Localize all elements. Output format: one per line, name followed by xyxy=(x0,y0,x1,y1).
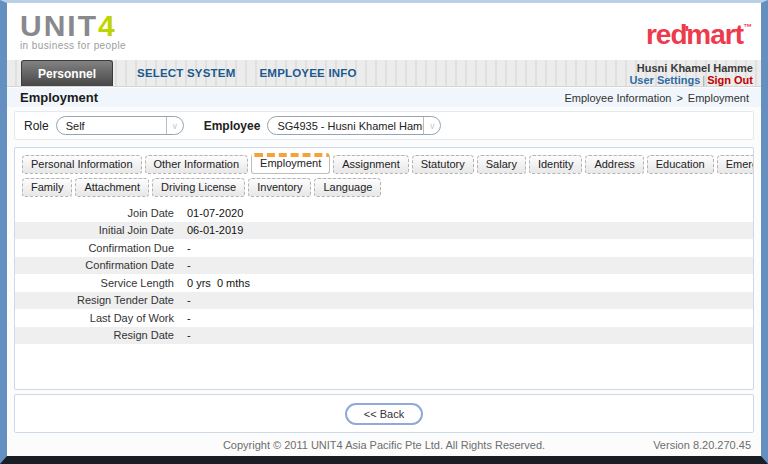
tab-personal-information[interactable]: Personal Information xyxy=(22,155,142,174)
unit4-logo: UNIT4 in business for people xyxy=(20,12,126,51)
employee-select[interactable]: SG4935 - Husni Khamel Hamme ∨ xyxy=(267,116,441,135)
chevron-down-icon[interactable]: ∨ xyxy=(166,117,183,134)
field-label: Join Date xyxy=(15,207,187,219)
field-label: Last Day of Work xyxy=(15,312,187,324)
nav-item-select-system[interactable]: SELECT SYSTEM xyxy=(137,60,235,86)
unit4-logo-accent: 4 xyxy=(98,9,117,42)
link-separator: | xyxy=(702,74,705,86)
app-window: UNIT4 in business for people red'mart™ P… xyxy=(0,0,768,464)
breadcrumb-separator: > xyxy=(676,92,682,104)
employment-panel: Personal InformationOther InformationEmp… xyxy=(14,147,754,390)
field-row: Confirmation Due- xyxy=(15,239,753,257)
field-list: Join Date01-07-2020Initial Join Date06-0… xyxy=(15,204,753,344)
main-navbar: Personnel SELECT SYSTEM EMPLOYEE INFO Hu… xyxy=(7,60,761,87)
tab-inventory[interactable]: Inventory xyxy=(248,178,311,197)
header: UNIT4 in business for people red'mart™ xyxy=(7,3,761,60)
field-row: Confirmation Date- xyxy=(15,257,753,275)
role-label: Role xyxy=(24,119,49,133)
field-label: Initial Join Date xyxy=(15,224,187,236)
user-links: User Settings|Sign Out xyxy=(629,74,753,86)
field-value: - xyxy=(187,259,191,271)
field-label: Resign Tender Date xyxy=(15,294,187,306)
redmart-logo: red'mart™ xyxy=(646,12,752,50)
unit4-tagline: in business for people xyxy=(20,41,126,51)
employee-select-value: SG4935 - Husni Khamel Hamme xyxy=(268,117,423,134)
copyright-text: Copyright © 2011 UNIT4 Asia Pacific Pte … xyxy=(223,439,545,451)
field-row: Resign Tender Date- xyxy=(15,292,753,310)
user-info-block: Husni Khamel Hamme User Settings|Sign Ou… xyxy=(629,60,753,86)
role-select[interactable]: Self ∨ xyxy=(56,116,184,135)
button-panel: << Back xyxy=(14,394,754,433)
footer: Copyright © 2011 UNIT4 Asia Pacific Pte … xyxy=(7,433,761,456)
breadcrumb: Employee Information>Employment xyxy=(559,92,749,104)
field-value: - xyxy=(187,294,191,306)
field-row: Service Length0 yrs 0 mths xyxy=(15,274,753,292)
employee-label: Employee xyxy=(204,119,261,133)
tab-language[interactable]: Language xyxy=(314,178,381,197)
redmart-logo-post: mart xyxy=(686,19,743,50)
filter-panel: Role Self ∨ Employee SG4935 - Husni Kham… xyxy=(14,111,754,140)
field-value: 0 yrs 0 mths xyxy=(187,277,250,289)
field-value: 01-07-2020 xyxy=(187,207,243,219)
tab-education[interactable]: Education xyxy=(647,155,714,174)
user-name: Husni Khamel Hamme xyxy=(629,62,753,74)
role-select-value: Self xyxy=(57,117,166,134)
tab-address[interactable]: Address xyxy=(585,155,643,174)
tab-other-information[interactable]: Other Information xyxy=(145,155,249,174)
tab-emergency-contact[interactable]: Emergency Contact xyxy=(717,155,754,174)
chevron-down-icon[interactable]: ∨ xyxy=(423,117,440,134)
page-title: Employment xyxy=(20,90,98,105)
tabs-row-2: FamilyAttachmentDriving LicenseInventory… xyxy=(15,178,753,197)
tab-assignment[interactable]: Assignment xyxy=(333,155,408,174)
tab-salary[interactable]: Salary xyxy=(477,155,526,174)
trademark-symbol: ™ xyxy=(743,22,752,32)
sign-out-link[interactable]: Sign Out xyxy=(707,74,753,86)
field-value: - xyxy=(187,329,191,341)
field-label: Resign Date xyxy=(15,329,187,341)
tabs-row-1: Personal InformationOther InformationEmp… xyxy=(15,155,753,174)
tab-employment[interactable]: Employment xyxy=(251,153,330,174)
field-row: Join Date01-07-2020 xyxy=(15,204,753,222)
redmart-logo-pre: red xyxy=(646,19,687,50)
nav-item-employee-info[interactable]: EMPLOYEE INFO xyxy=(259,60,356,86)
title-row: Employment Employee Information>Employme… xyxy=(7,88,761,107)
breadcrumb-section[interactable]: Employee Information xyxy=(564,92,671,104)
field-row: Resign Date- xyxy=(15,327,753,345)
field-row: Last Day of Work- xyxy=(15,309,753,327)
field-label: Service Length xyxy=(15,277,187,289)
user-settings-link[interactable]: User Settings xyxy=(629,74,700,86)
unit4-logo-word: UNIT xyxy=(20,9,98,42)
tab-identity[interactable]: Identity xyxy=(529,155,582,174)
tab-family[interactable]: Family xyxy=(22,178,72,197)
version-text: Version 8.20.270.45 xyxy=(653,439,751,451)
field-value: - xyxy=(187,312,191,324)
tab-statutory[interactable]: Statutory xyxy=(412,155,474,174)
nav-item-personnel[interactable]: Personnel xyxy=(21,60,113,86)
tab-attachment[interactable]: Attachment xyxy=(75,178,149,197)
field-value: 06-01-2019 xyxy=(187,224,243,236)
field-row: Initial Join Date06-01-2019 xyxy=(15,222,753,240)
tab-driving-license[interactable]: Driving License xyxy=(152,178,245,197)
breadcrumb-current: Employment xyxy=(688,92,749,104)
field-value: - xyxy=(187,242,191,254)
field-label: Confirmation Due xyxy=(15,242,187,254)
field-label: Confirmation Date xyxy=(15,259,187,271)
unit4-logo-text: UNIT4 xyxy=(20,12,126,40)
back-button[interactable]: << Back xyxy=(345,403,423,425)
